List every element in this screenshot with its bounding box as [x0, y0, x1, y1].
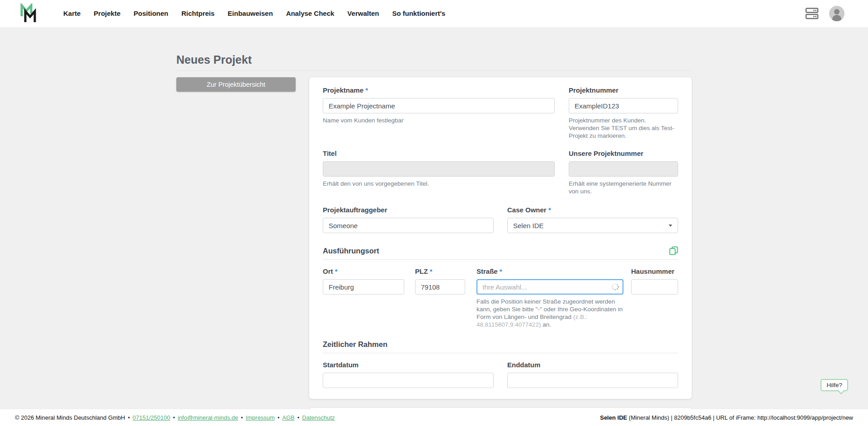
- main-nav: Karte Projekte Positionen Richtpreis Ein…: [63, 0, 445, 27]
- required-asterisk: *: [335, 267, 338, 275]
- field-enddatum: Enddatum: [507, 361, 678, 388]
- projektauftraggeber-label: Projektauftraggeber: [323, 206, 494, 214]
- footer-user-name: Selen IDE: [600, 414, 627, 421]
- enddatum-input[interactable]: [507, 373, 678, 388]
- ort-label: Ort *: [323, 267, 404, 276]
- mineral-minds-logo-icon[interactable]: [20, 3, 38, 24]
- field-ort: Ort *: [323, 267, 404, 328]
- nav-item-projekte[interactable]: Projekte: [94, 0, 120, 27]
- unsere-projektnummer-label: Unsere Projektnummer: [569, 150, 678, 158]
- footer-session-details: (Mineral Minds) | 8209b5fc54a6 | URL of …: [627, 414, 853, 421]
- projektname-help: Name vom Kunden festlegbar: [323, 117, 555, 124]
- footer-bar: © 2026 Mineral Minds Deutschland GmbH • …: [0, 409, 868, 426]
- form-row-name-number: Projektname * Name vom Kunden festlegbar…: [323, 86, 678, 140]
- form-row-dates: Startdatum Enddatum: [323, 361, 678, 388]
- nav-item-so-funktionierts[interactable]: So funktioniert's: [392, 0, 445, 27]
- plz-label: PLZ *: [415, 267, 465, 276]
- nav-item-verwalten[interactable]: Verwalten: [347, 0, 379, 27]
- section-divider: [323, 259, 678, 260]
- required-asterisk: *: [365, 86, 368, 94]
- nav-item-karte[interactable]: Karte: [63, 0, 80, 27]
- field-projektauftraggeber: Projektauftraggeber: [323, 206, 494, 233]
- strasse-help-suffix: an.: [541, 321, 551, 328]
- left-column: Zur Projektübersicht: [176, 77, 296, 92]
- section-ausfuehrungsort: Ausführungsort: [323, 246, 678, 255]
- help-bubble[interactable]: Hilfe?: [821, 379, 848, 391]
- new-project-form-card: Projektname * Name vom Kunden festlegbar…: [309, 77, 692, 399]
- section-zeitlicher-rahmen: Zeitlicher Rahmen: [323, 340, 678, 349]
- field-plz: PLZ *: [415, 267, 465, 328]
- copy-address-icon[interactable]: [669, 246, 678, 255]
- footer-separator: •: [278, 414, 280, 421]
- case-owner-selected-value: Selen IDE: [513, 222, 544, 229]
- footer-email-link[interactable]: info@mineral-minds.de: [178, 414, 238, 421]
- footer-left: © 2026 Mineral Minds Deutschland GmbH • …: [15, 414, 335, 421]
- field-case-owner: Case Owner * Selen IDE: [507, 206, 678, 233]
- projektnummer-input[interactable]: [569, 98, 678, 113]
- projektname-label: Projektname *: [323, 86, 555, 94]
- footer-phone-link[interactable]: 07151/250100: [132, 414, 170, 421]
- chevron-down-icon: [669, 225, 672, 227]
- startdatum-input[interactable]: [323, 373, 494, 388]
- field-projektnummer: Projektnummer Projektnummer des Kunden. …: [569, 86, 678, 140]
- footer-separator: •: [297, 414, 300, 421]
- plz-input[interactable]: [415, 279, 465, 295]
- plz-label-text: PLZ: [415, 267, 428, 275]
- nav-item-positionen[interactable]: Positionen: [134, 0, 169, 27]
- unsere-projektnummer-help: Erhält eine systemgenerierte Nummer von …: [569, 180, 678, 195]
- footer-datenschutz-link[interactable]: Datenschutz: [302, 414, 335, 421]
- field-strasse: Straße *: [476, 267, 623, 328]
- strasse-help: Falls die Position keiner Straße zugeord…: [476, 298, 623, 328]
- required-asterisk: *: [548, 206, 551, 214]
- page-title: Neues Projekt: [176, 53, 692, 71]
- case-owner-select[interactable]: Selen IDE: [507, 218, 678, 233]
- strasse-label: Straße *: [476, 267, 623, 276]
- nav-item-analyse-check[interactable]: Analyse Check: [286, 0, 335, 27]
- strasse-label-text: Straße: [476, 267, 498, 275]
- section-divider: [323, 353, 678, 353]
- footer-copyright: © 2026 Mineral Minds Deutschland GmbH: [15, 414, 125, 421]
- form-row-titel: Titel Erhält den von uns vorgegebenen Ti…: [323, 150, 678, 195]
- loading-spinner-icon: [611, 283, 619, 291]
- nav-item-richtpreis[interactable]: Richtpreis: [181, 0, 214, 27]
- main-content: Neues Projekt Zur Projektübersicht Proje…: [0, 27, 868, 426]
- field-hausnummer: Hausnummer: [631, 267, 678, 328]
- titel-input: [323, 161, 555, 177]
- projektauftraggeber-input[interactable]: [323, 218, 494, 233]
- enddatum-label: Enddatum: [507, 361, 678, 369]
- form-row-address: Ort * PLZ * Straße *: [323, 267, 678, 328]
- zeitlicher-rahmen-title: Zeitlicher Rahmen: [323, 340, 387, 349]
- footer-separator: •: [241, 414, 243, 421]
- footer-session-info: Selen IDE (Mineral Minds) | 8209b5fc54a6…: [600, 414, 853, 421]
- case-owner-label: Case Owner *: [507, 206, 678, 214]
- ausfuehrungsort-title: Ausführungsort: [323, 246, 379, 255]
- hausnummer-label: Hausnummer: [631, 267, 678, 276]
- projektname-label-text: Projektname: [323, 86, 363, 94]
- form-row-auftraggeber-owner: Projektauftraggeber Case Owner * Selen I…: [323, 206, 678, 233]
- nav-icon-group: [805, 6, 844, 21]
- help-bubble-label: Hilfe?: [826, 382, 842, 389]
- footer-agb-link[interactable]: AGB: [282, 414, 294, 421]
- hausnummer-input[interactable]: [631, 279, 678, 295]
- footer-impressum-link[interactable]: Impressum: [245, 414, 274, 421]
- strasse-input[interactable]: [476, 279, 623, 295]
- user-avatar-icon[interactable]: [829, 6, 844, 21]
- back-to-project-overview-button[interactable]: Zur Projektübersicht: [176, 77, 296, 92]
- footer-separator: •: [128, 414, 130, 421]
- nav-item-einbauweisen[interactable]: Einbauweisen: [228, 0, 273, 27]
- ort-label-text: Ort: [323, 267, 333, 275]
- field-unsere-projektnummer: Unsere Projektnummer Erhält eine systemg…: [569, 150, 678, 195]
- top-nav-bar: Karte Projekte Positionen Richtpreis Ein…: [0, 0, 868, 27]
- projektname-input[interactable]: [323, 98, 555, 113]
- field-startdatum: Startdatum: [323, 361, 494, 388]
- titel-help: Erhält den von uns vorgegebenen Titel.: [323, 180, 555, 187]
- projektnummer-help: Projektnummer des Kunden. Verwenden Sie …: [569, 117, 678, 140]
- server-icon[interactable]: [805, 7, 819, 20]
- footer-separator: •: [173, 414, 175, 421]
- ort-input[interactable]: [323, 279, 404, 295]
- unsere-projektnummer-input: [569, 161, 678, 177]
- projektnummer-label: Projektnummer: [569, 86, 678, 94]
- case-owner-label-text: Case Owner: [507, 206, 547, 214]
- startdatum-label: Startdatum: [323, 361, 494, 369]
- strasse-help-main: Falls die Position keiner Straße zugeord…: [476, 298, 623, 320]
